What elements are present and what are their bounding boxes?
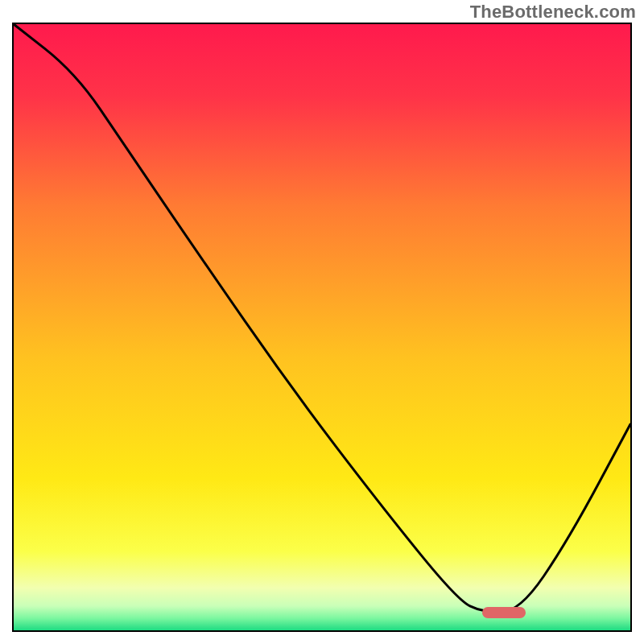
watermark-text: TheBottleneck.com [470,2,636,23]
chart-container: TheBottleneck.com [0,0,644,644]
optimum-marker [482,607,526,618]
bottleneck-curve [14,24,630,612]
plot-frame [12,23,632,632]
bottleneck-curve-svg [14,24,630,630]
